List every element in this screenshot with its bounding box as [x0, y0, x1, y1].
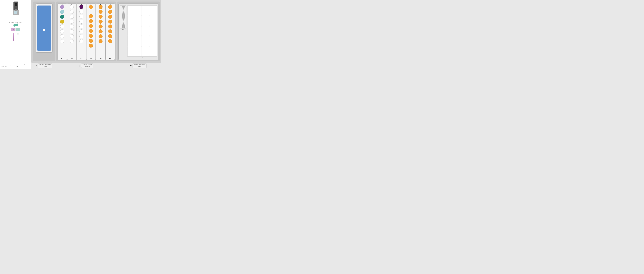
section-c: C1 C2 [117, 2, 160, 61]
tube-column-b3: B3 [77, 4, 86, 60]
reservoir-line [44, 8, 44, 48]
left-panel: D-ONE - 300µl - 1CH 1A 2 [0, 0, 31, 68]
well-b4-5 [89, 29, 93, 33]
b4-label: B4 [90, 58, 92, 59]
section-a-info: Source - Reservoir 25 ml [38, 63, 52, 68]
pipette-tip-attach [14, 11, 18, 14]
c2-label: C2 [127, 57, 157, 58]
well-b4-8 [89, 44, 93, 48]
c1-label: C1 [120, 29, 126, 30]
well-b1-1 [60, 5, 64, 9]
tube-column-b6: B6 [106, 4, 115, 60]
section-labels: A Source - Reservoir 25 ml B Source - Tu… [31, 63, 161, 68]
tube-column-b2: B2 [67, 4, 76, 60]
well-b6-8 [108, 39, 112, 43]
b2-dot [71, 4, 72, 5]
tube-column-b5: B5 [96, 4, 105, 60]
well-b1-4 [60, 20, 64, 24]
well-b6-6 [108, 30, 112, 33]
well-b6-5 [108, 24, 112, 28]
well-b3-4 [80, 20, 84, 24]
well-b1-6 [60, 30, 64, 33]
section-a-label-area: A Source - Reservoir 25 ml [33, 63, 55, 68]
well-b3-2 [80, 10, 84, 14]
b3-dot [81, 4, 82, 5]
well-b4-7 [89, 39, 93, 43]
tip-label-1: 12.5 µl GRIPTIPS®, LONG, Sterile, Filter [1, 64, 14, 67]
well-b5-4 [98, 20, 102, 24]
workspace: ◆ B1 [31, 0, 161, 63]
well-b6-1 [108, 5, 112, 9]
tube-column-b4: | ↓ B4 [86, 4, 96, 60]
well-b4-4 [89, 24, 93, 28]
section-b-info: Source - Tubes 2000 µl [81, 63, 93, 68]
well-b2-1 [70, 5, 74, 9]
well-b4-1 [89, 5, 93, 9]
well-b4-2 [89, 14, 93, 18]
well-b3-5 [80, 24, 84, 28]
tip-gray-container [17, 33, 19, 40]
b5-dot [100, 4, 101, 5]
pipette-device [10, 2, 22, 20]
reservoir-container: ◆ [36, 4, 52, 52]
tube-column-b1: B1 [58, 4, 67, 60]
jess-left-c1 [120, 5, 126, 28]
well-b3-3 [80, 15, 84, 19]
well-b5-3 [98, 15, 102, 19]
well-b3-7 [80, 34, 84, 38]
well-b5-8 [98, 39, 102, 43]
well-b2-6 [70, 30, 74, 33]
section-a-letter: A [36, 64, 37, 67]
tips-row [13, 33, 19, 40]
tubes-grid: B1 B2 [58, 4, 115, 60]
well-b2-2 [70, 10, 74, 14]
tip-gray [17, 33, 19, 40]
pipette-lower [13, 10, 19, 15]
well-b3-1 [80, 5, 84, 9]
device-label: D-ONE - 300µl - 1CH [9, 21, 22, 23]
well-b1-7 [60, 34, 64, 38]
tip-purple-container [13, 33, 14, 40]
pen-icon [13, 24, 18, 27]
well-b2-4 [70, 20, 74, 24]
well-b2-5 [70, 24, 74, 28]
well-b4-3 [89, 19, 93, 23]
well-b5-2 [98, 10, 102, 14]
slot-2: 2 [16, 28, 20, 31]
b6-label: B6 [109, 58, 111, 59]
reservoir-inner: ◆ [37, 6, 51, 51]
well-b2-7 [70, 34, 74, 38]
section-c-label-area: C Target - Jess plate 25 µl [117, 63, 160, 68]
pipette-body [14, 2, 18, 10]
section-b: B1 B2 [56, 2, 116, 61]
well-b2-3 [70, 15, 74, 19]
well-b1-5 [60, 24, 64, 28]
slot-1a: 1A [11, 28, 16, 31]
jess-right-c2 [127, 5, 157, 57]
tip-label-2: 300 µl GRIPTIPS®, Sterile, Filter [16, 64, 29, 67]
well-b5-1 [98, 5, 102, 9]
section-a: ◆ [33, 2, 55, 61]
b2-label: B2 [71, 58, 73, 59]
well-b5-7 [98, 34, 102, 38]
well-b1-8 [60, 39, 64, 43]
well-b3-8 [80, 39, 84, 43]
jess-plate-container: C1 C2 [118, 4, 158, 60]
b5-label: B5 [100, 58, 102, 59]
slot-display: 1A 2 [11, 28, 20, 31]
tips-bottom: 12.5 µl GRIPTIPS®, LONG, Sterile, Filter… [0, 63, 31, 68]
well-b1-3 [60, 15, 64, 19]
well-b6-4 [108, 20, 112, 24]
b1-label: B1 [61, 58, 63, 59]
section-c-info: Target - Jess plate 25 µl [132, 63, 146, 68]
well-b2-8 [70, 39, 74, 43]
well-b5-6 [98, 30, 102, 33]
well-b5-5 [98, 24, 102, 28]
well-b4-6 [89, 34, 93, 38]
b3-label: B3 [80, 58, 82, 59]
section-c-letter: C [130, 64, 132, 67]
section-b-letter: B [79, 64, 80, 67]
tip-purple [13, 33, 14, 40]
well-b6-3 [108, 15, 112, 19]
well-b6-7 [108, 34, 112, 38]
